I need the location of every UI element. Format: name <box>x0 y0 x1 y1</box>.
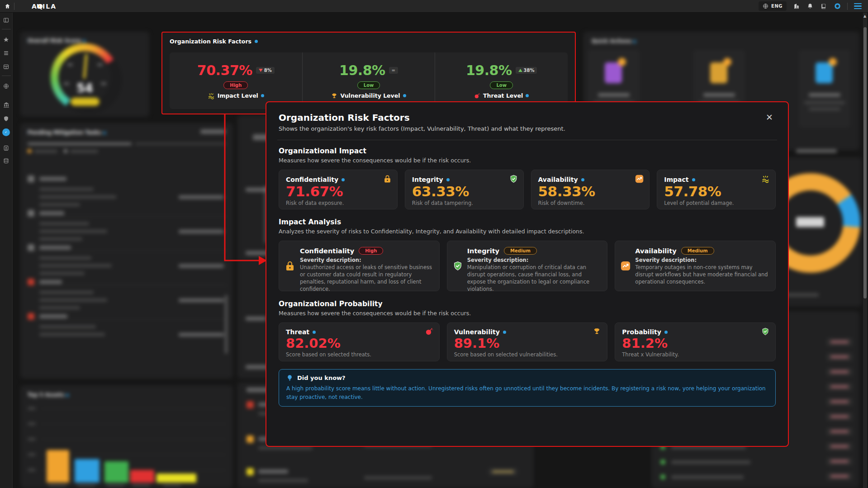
impact-card: Impact 57.78% Level of potential damage. <box>657 170 776 209</box>
probability-card: Probability 81.2% Threat x Vulnerability… <box>615 322 776 361</box>
triangle-down-icon <box>259 69 263 72</box>
severity-desc-label: Severity description: <box>635 257 769 263</box>
impact-delta-badge: 8% <box>256 67 275 74</box>
probability-cards-row: Threat 82.02% Score based on selected th… <box>279 322 776 361</box>
info-dot[interactable] <box>692 178 695 181</box>
bar-1 <box>47 450 69 483</box>
threat-value: 19.8% <box>466 62 512 78</box>
severity-pill: High <box>359 247 383 255</box>
threat-delta-badge: 38% <box>516 67 537 74</box>
triangle-up-icon <box>518 69 522 72</box>
info-dot[interactable] <box>526 94 529 97</box>
quick-action-respond <box>799 50 850 128</box>
card-title: Integrity <box>467 247 499 255</box>
vulnerability-value: 19.8% <box>339 62 385 78</box>
shield-check-icon <box>509 175 518 183</box>
menu-icon[interactable] <box>854 3 862 9</box>
info-dot <box>633 40 636 43</box>
quick-actions-title: Quick Actions <box>592 38 636 44</box>
severity-desc-label: Severity description: <box>300 257 433 263</box>
threat-level-pill: Low <box>490 81 512 89</box>
pending-tasks-title: Pending Mitigation Tasks <box>28 129 106 136</box>
trend-icon <box>635 175 644 183</box>
info-dot[interactable] <box>342 178 345 181</box>
card-desc: Risk of data tampering. <box>412 200 517 206</box>
language-label: ENG <box>771 4 783 9</box>
brand-logo[interactable]: AQUILA <box>32 3 57 10</box>
bell-icon[interactable] <box>806 3 814 10</box>
card-title: Impact <box>664 176 688 183</box>
tip-title: Did you know? <box>297 374 346 381</box>
building-icon[interactable] <box>793 3 800 10</box>
modal-divider <box>277 140 777 140</box>
impact-level-label: Impact Level <box>208 92 264 99</box>
info-dot <box>103 132 106 134</box>
card-desc: Threat x Vulnerability. <box>622 351 768 358</box>
book-icon[interactable] <box>820 3 827 10</box>
modal-header: Organization Risk Factors Shows the orga… <box>279 112 776 132</box>
info-dot[interactable] <box>255 40 258 43</box>
modal-title: Organization Risk Factors <box>279 112 565 123</box>
risk-card-title: Organization Risk Factors <box>170 38 568 45</box>
close-icon[interactable]: ✕ <box>763 112 776 123</box>
modal-subtitle: Shows the organization's key risk factor… <box>279 125 565 132</box>
lock-icon <box>383 175 392 183</box>
availability-analysis-card: AvailabilityMedium Severity description:… <box>615 241 776 291</box>
info-dot[interactable] <box>261 94 264 97</box>
trophy-icon <box>593 327 602 336</box>
lock-icon <box>285 247 295 285</box>
info-dot[interactable] <box>503 331 506 334</box>
topbar-divider <box>14 3 14 10</box>
sidebar-panels-icon[interactable] <box>3 16 10 24</box>
card-title: Confidentiality <box>286 176 338 183</box>
risk-factors-modal: Organization Risk Factors Shows the orga… <box>266 101 789 447</box>
sidebar-list-icon[interactable] <box>3 49 10 57</box>
sidebar-shield-icon[interactable] <box>3 115 10 122</box>
impact-value: 70.37% <box>197 62 252 78</box>
impact-wave-icon <box>761 175 770 183</box>
info-dot[interactable] <box>313 331 316 334</box>
confidentiality-card: Confidentiality 71.67% Risk of data expo… <box>279 170 398 209</box>
globe-icon <box>763 3 768 9</box>
info-dot[interactable] <box>446 178 450 181</box>
bomb-icon <box>425 327 434 336</box>
bar-2 <box>75 459 100 483</box>
topbar-divider <box>847 3 848 10</box>
card-desc: Score based on selected vulnerabilities. <box>454 351 601 358</box>
analysis-section-subheading: Analyzes the severity of risks to Confid… <box>279 228 776 235</box>
bomb-icon <box>474 93 480 99</box>
sidebar-identity-icon[interactable] <box>3 144 10 152</box>
sidebar-favorites-icon[interactable] <box>3 36 10 43</box>
info-dot[interactable] <box>403 94 406 97</box>
scrollbar-thumb[interactable] <box>863 27 867 298</box>
severity-desc: Temporary outages in non-core systems ma… <box>635 264 769 286</box>
sidebar-institution-icon[interactable] <box>3 101 10 109</box>
severity-pill: Medium <box>504 247 537 255</box>
sidebar-layout-icon[interactable] <box>3 63 10 70</box>
bar-3 <box>104 461 128 483</box>
risk-metrics-panel: 70.37% 8% High Impact Level 19.8% = Low <box>170 52 568 109</box>
impact-cards-row: Confidentiality 71.67% Risk of data expo… <box>279 170 776 209</box>
analysis-section-heading: Impact Analysis <box>279 218 776 226</box>
card-desc: Risk of data exposure. <box>286 200 390 206</box>
severity-desc: Manipulation or corruption of critical d… <box>467 264 601 293</box>
info-dot[interactable] <box>581 178 584 181</box>
card-title: Vulnerability <box>454 328 500 336</box>
impact-section-subheading: Measures how severe the consequences wou… <box>279 157 776 164</box>
threat-level-metric: 19.8% 38% Low Threat Level <box>435 52 568 109</box>
page-scrollbar[interactable]: ▲ <box>863 13 867 488</box>
sidebar-database-icon[interactable] <box>3 157 10 164</box>
help-ring-icon[interactable] <box>834 3 841 10</box>
home-icon[interactable] <box>4 3 11 10</box>
vulnerability-level-label: Vulnerability Level <box>331 92 406 99</box>
card-title: Availability <box>538 176 578 183</box>
tip-body: A high probability score means little wi… <box>286 384 768 401</box>
language-selector[interactable]: ENG <box>759 1 787 11</box>
sidebar-web-icon[interactable] <box>3 82 10 90</box>
sidebar-risk-dashboard-icon-active[interactable] <box>2 128 10 136</box>
info-dot[interactable] <box>664 331 668 334</box>
trend-icon <box>621 247 631 285</box>
probability-section-heading: Organizational Probability <box>279 300 776 308</box>
scroll-up-arrow[interactable]: ▲ <box>863 14 866 18</box>
probability-section-subheading: Measures how severe the consequences wou… <box>279 310 776 317</box>
